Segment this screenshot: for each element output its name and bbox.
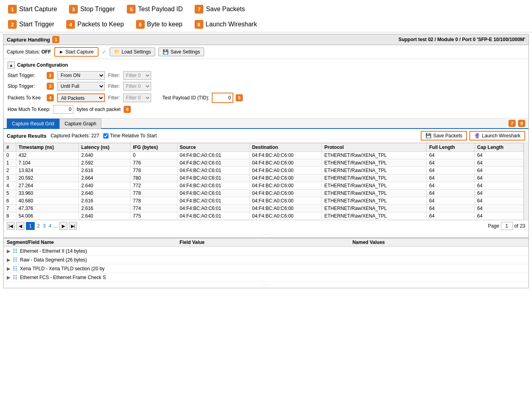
start-trigger-select[interactable]: From ON	[57, 71, 105, 80]
col-latency: Latency (ns)	[79, 143, 130, 152]
stop-trigger-row: Stop Trigger: 3 Until Full Filter: Filte…	[8, 82, 524, 91]
expand-icon: ▶	[7, 248, 10, 254]
divider-dots-top: · · · ·	[4, 232, 528, 238]
segment-label: Ethernet FCS - Ethernet Frame Check S	[20, 275, 106, 280]
page-dots: ...	[54, 223, 58, 229]
first-page-button[interactable]: |◀	[7, 222, 15, 230]
stop-filter-select[interactable]: Filter 0	[123, 82, 151, 91]
legend-item-8: 8 Launch Wireshark	[195, 20, 257, 29]
segment-row[interactable]: ▶ ☷ Raw - Data Segment (26 bytes)	[4, 256, 528, 264]
prev-page-button[interactable]: ◀	[16, 222, 24, 230]
total-pages: 23	[520, 223, 525, 229]
page-1[interactable]: 1	[26, 222, 35, 230]
legend-label-5: Test Payload ID	[138, 6, 183, 13]
collapse-button[interactable]: ▲	[8, 61, 15, 69]
main-panel: Capture Handling 1 Support test 02 / Mod…	[3, 34, 529, 288]
legend-label-1: Start Capture	[19, 6, 57, 13]
table-row[interactable]: 533.9602.64077804:F4:BC:A0:C6:0104:F4:BC…	[4, 190, 524, 197]
legend-item-3: 3 Stop Trigger	[69, 5, 115, 14]
divider-dots-bottom: · · · ·	[4, 282, 528, 288]
bytes-suffix: bytes of each packet	[77, 107, 120, 112]
tid-input[interactable]	[213, 93, 233, 102]
packets-count: Captured Packets: 227	[51, 133, 99, 139]
table-container[interactable]: # Timestamp (ns) Latency (ns) IFG (bytes…	[4, 143, 524, 220]
table-row[interactable]: 747.3762.61677404:F4:BC:A0:C6:0104:F4:BC…	[4, 205, 524, 212]
scrollbar[interactable]	[524, 143, 528, 220]
save-badge: 7	[508, 120, 516, 127]
col-timestamp: Timestamp (ns)	[16, 143, 79, 152]
legend-label-8: Launch Wireshark	[206, 21, 257, 28]
badge-3: 3	[69, 5, 78, 14]
legend-item-2: 2 Start Trigger	[8, 20, 54, 29]
segment-row[interactable]: ▶ ☷ Ethernet - Ethernet II (14 bytes)	[4, 247, 528, 256]
seg-col-1: Segment/Field Name	[7, 240, 179, 245]
time-relative-label: Time Relative To Start	[110, 133, 157, 139]
capture-table: # Timestamp (ns) Latency (ns) IFG (bytes…	[4, 143, 524, 220]
arrow-icon: ►	[59, 49, 64, 55]
results-header: Capture Results Captured Packets: 227 Ti…	[4, 129, 528, 143]
table-row[interactable]: 04322.640004:F4:BC:A0:C6:0104:F4:BC:A0:C…	[4, 152, 524, 159]
col-ifg: IFG (bytes)	[130, 143, 177, 152]
segment-icon: ☷	[13, 248, 18, 254]
save-icon: 💾	[163, 49, 169, 55]
stop-trigger-select[interactable]: Until Full	[57, 82, 105, 91]
save-packets-button[interactable]: 💾 Save Packets	[421, 131, 467, 141]
wireshark-badge: 8	[518, 120, 525, 127]
table-row[interactable]: 320.5922.66478004:F4:BC:A0:C6:0104:F4:BC…	[4, 174, 524, 182]
separator: ✓	[102, 49, 106, 55]
legend-item-6: 6 Byte to keep	[136, 20, 183, 29]
save-settings-label: Save Settings	[170, 49, 200, 55]
segment-icon: ☷	[13, 265, 18, 271]
panel-badge: 1	[52, 36, 59, 43]
packets-filter-select[interactable]: Filter 0	[123, 93, 151, 102]
save-packets-label: Save Packets	[433, 133, 462, 139]
save-settings-button[interactable]: 💾 Save Settings	[158, 48, 204, 56]
start-capture-button[interactable]: ► Start Capture	[54, 47, 99, 57]
legend-bar: 1 Start Capture 3 Stop Trigger 5 Test Pa…	[0, 0, 532, 32]
time-relative-checkbox[interactable]	[103, 133, 108, 139]
segment-label: Xena TPLD - Xena TPLD section (20 by	[20, 266, 104, 271]
capture-status-bar: Capture Status: OFF ► Start Capture ✓ 📁 …	[4, 45, 528, 59]
launch-wireshark-button[interactable]: 🔮 Launch Wireshark	[469, 131, 525, 141]
segment-row[interactable]: ▶ ☷ Ethernet FCS - Ethernet Frame Check …	[4, 273, 528, 282]
start-filter-select[interactable]: Filter 0	[123, 71, 151, 80]
tid-badge: 5	[236, 94, 243, 101]
table-row[interactable]: 854.0062.64077504:F4:BC:A0:C6:0104:F4:BC…	[4, 212, 524, 220]
bytes-input[interactable]	[53, 105, 73, 114]
how-much-badge: 6	[124, 106, 131, 113]
table-row[interactable]: 213.8242.61677804:F4:BC:A0:C6:0104:F4:BC…	[4, 167, 524, 174]
packets-filter-label: Filter:	[108, 95, 120, 101]
last-page-button[interactable]: ▶|	[69, 222, 77, 230]
pagination-bar: |◀ ◀ 1 2 3 4 ... ▶ ▶| Page of 23	[4, 220, 528, 232]
legend-item-4: 4 Packets to Keep	[66, 20, 124, 29]
packets-to-keep-label: Packets To Kee	[8, 95, 43, 101]
page-input[interactable]	[501, 222, 513, 230]
page-2[interactable]: 2	[36, 223, 41, 229]
segment-icon: ☷	[13, 274, 18, 280]
packets-to-keep-row: Packets To Kee 4 All Packets Filter: Fil…	[8, 93, 524, 103]
page-4[interactable]: 4	[48, 223, 52, 229]
start-capture-label: Start Capture	[65, 49, 94, 55]
table-row[interactable]: 640.6802.61677804:F4:BC:A0:C6:0104:F4:BC…	[4, 197, 524, 205]
segment-header: Segment/Field Name Field Value Named Val…	[4, 238, 528, 247]
start-filter-label: Filter:	[108, 73, 120, 78]
col-destination: Destination	[249, 143, 321, 152]
segment-panel: Segment/Field Name Field Value Named Val…	[4, 238, 528, 282]
seg-col-2: Field Value	[179, 240, 352, 245]
tid-label: Test Payload ID (TID):	[162, 95, 209, 101]
load-settings-button[interactable]: 📁 Load Settings	[110, 48, 155, 56]
support-info: Support test 02 / Module 0 / Port 0 'SFP…	[398, 37, 525, 42]
table-row[interactable]: 17.1042.59277604:F4:BC:A0:C6:0104:F4:BC:…	[4, 159, 524, 167]
packets-to-keep-select[interactable]: All Packets	[57, 93, 105, 102]
segment-row[interactable]: ▶ ☷ Xena TPLD - Xena TPLD section (20 by	[4, 264, 528, 273]
page-label: Page	[488, 223, 499, 229]
config-title: Capture Configuration	[17, 62, 68, 68]
tab-capture-result-grid[interactable]: Capture Result Grid	[7, 119, 59, 129]
of-label: of	[514, 223, 518, 229]
tab-capture-graph[interactable]: Capture Graph	[59, 119, 101, 129]
badge-7: 7	[195, 5, 203, 14]
start-trigger-row: Start Trigger: 2 From ON Filter: Filter …	[8, 71, 524, 80]
table-row[interactable]: 427.2642.64077204:F4:BC:A0:C6:0104:F4:BC…	[4, 182, 524, 190]
next-page-button[interactable]: ▶	[59, 222, 67, 230]
page-3[interactable]: 3	[42, 223, 47, 229]
